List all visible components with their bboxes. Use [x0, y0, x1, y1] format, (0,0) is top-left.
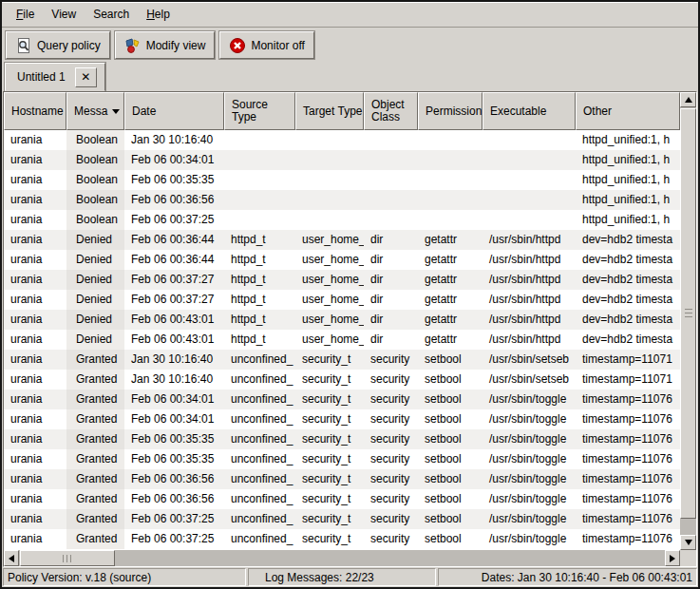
cell-object-class: security: [364, 529, 418, 549]
cell-date: Feb 06 00:34:01: [124, 390, 224, 409]
cell-date: Feb 06 00:35:35: [124, 429, 224, 449]
cell-messa: Boolean: [66, 170, 124, 190]
horizontal-scrollbar-thumb[interactable]: [20, 550, 115, 566]
cell-messa: Denied: [66, 270, 124, 290]
menu-file[interactable]: File: [8, 5, 43, 24]
cell-executable: /usr/sbin/toggle: [482, 509, 576, 529]
table-row[interactable]: uraniaBooleanFeb 06 00:34:01httpd_unifie…: [4, 150, 680, 170]
column-header-source-type[interactable]: Source Type: [224, 92, 295, 130]
cell-other: timestamp=11076: [576, 489, 680, 509]
table-row[interactable]: uraniaGrantedFeb 06 00:35:35unconfined_s…: [4, 449, 680, 469]
table-row[interactable]: uraniaGrantedJan 30 10:16:40unconfined_s…: [4, 350, 680, 370]
column-header-date[interactable]: Date: [124, 92, 224, 130]
cell-executable: /usr/sbin/httpd: [482, 250, 576, 270]
cell-target-type: security_t: [295, 469, 364, 489]
horizontal-scrollbar[interactable]: [4, 550, 680, 566]
grip-icon: [685, 309, 692, 318]
cell-hostname: urania: [4, 429, 66, 449]
table-row[interactable]: uraniaDeniedFeb 06 00:37:27httpd_tuser_h…: [4, 290, 680, 310]
cell-source-type: [224, 130, 295, 150]
tab-untitled-1[interactable]: Untitled 1 ✕: [5, 63, 105, 91]
cell-executable: /usr/sbin/toggle: [482, 489, 576, 509]
cell-permission: getattr: [418, 270, 482, 290]
table-row[interactable]: uraniaGrantedFeb 06 00:34:01unconfined_s…: [4, 390, 680, 409]
table-row[interactable]: uraniaDeniedFeb 06 00:43:01httpd_tuser_h…: [4, 330, 680, 350]
table-row[interactable]: uraniaGrantedFeb 06 00:37:25unconfined_s…: [4, 509, 680, 529]
cell-object-class: security: [364, 390, 418, 409]
table-row[interactable]: uraniaGrantedFeb 06 00:35:35unconfined_s…: [4, 429, 680, 449]
column-header-messa[interactable]: Messa: [66, 92, 124, 130]
column-header-hostname[interactable]: Hostname: [4, 92, 66, 130]
modify-view-button[interactable]: Modify view: [115, 31, 216, 59]
scroll-up-button[interactable]: [680, 92, 696, 107]
column-header-other[interactable]: Other: [576, 92, 680, 130]
tab-close-button[interactable]: ✕: [75, 67, 97, 87]
cell-target-type: user_home_: [295, 330, 364, 350]
table-row[interactable]: uraniaGrantedFeb 06 00:37:25unconfined_s…: [4, 529, 680, 549]
cell-permission: setbool: [418, 429, 482, 449]
cell-object-class: security: [364, 469, 418, 489]
policy-version-text: Policy Version: v.18 (source): [8, 571, 151, 584]
vertical-scrollbar[interactable]: [680, 92, 696, 550]
table-row[interactable]: uraniaBooleanFeb 06 00:36:56httpd_unifie…: [4, 190, 680, 210]
scroll-down-button[interactable]: [680, 535, 696, 550]
table-row[interactable]: uraniaGrantedFeb 06 00:36:56unconfined_s…: [4, 489, 680, 509]
cell-date: Jan 30 10:16:40: [124, 130, 224, 150]
cell-other: httpd_unified:1, h: [576, 130, 680, 150]
column-header-executable[interactable]: Executable: [482, 92, 576, 130]
table-row[interactable]: uraniaDeniedFeb 06 00:37:27httpd_tuser_h…: [4, 270, 680, 290]
table-row[interactable]: uraniaBooleanJan 30 10:16:40httpd_unifie…: [4, 130, 680, 150]
table-row[interactable]: uraniaGrantedFeb 06 00:36:56unconfined_s…: [4, 469, 680, 489]
cell-hostname: urania: [4, 190, 66, 210]
cell-permission: getattr: [418, 250, 482, 270]
query-policy-button[interactable]: Query policy: [6, 31, 110, 59]
table-row[interactable]: uraniaGrantedJan 30 10:16:40unconfined_s…: [4, 370, 680, 390]
scroll-right-button[interactable]: [665, 550, 680, 566]
cell-hostname: urania: [4, 310, 66, 330]
cell-source-type: unconfined_: [224, 429, 295, 449]
cell-source-type: [224, 170, 295, 190]
cell-source-type: httpd_t: [224, 330, 295, 350]
cell-target-type: user_home_: [295, 250, 364, 270]
cell-source-type: httpd_t: [224, 250, 295, 270]
cell-hostname: urania: [4, 270, 66, 290]
cell-messa: Granted: [66, 429, 124, 449]
cell-target-type: security_t: [295, 449, 364, 469]
menu-help[interactable]: Help: [138, 5, 179, 24]
cell-hostname: urania: [4, 370, 66, 390]
cell-date: Feb 06 00:37:25: [124, 210, 224, 230]
table-row[interactable]: uraniaDeniedFeb 06 00:43:01httpd_tuser_h…: [4, 310, 680, 330]
cell-hostname: urania: [4, 130, 66, 150]
menu-search[interactable]: Search: [85, 5, 138, 24]
cell-date: Feb 06 00:37:27: [124, 290, 224, 310]
column-header-label: Hostname: [11, 105, 64, 118]
table-row[interactable]: uraniaDeniedFeb 06 00:36:44httpd_tuser_h…: [4, 230, 680, 250]
column-header-object-class[interactable]: Object Class: [364, 92, 418, 130]
table-row[interactable]: uraniaBooleanFeb 06 00:37:25httpd_unifie…: [4, 210, 680, 230]
cell-date: Feb 06 00:43:01: [124, 330, 224, 350]
table-row[interactable]: uraniaDeniedFeb 06 00:36:44httpd_tuser_h…: [4, 250, 680, 270]
cell-other: dev=hdb2 timesta: [576, 310, 680, 330]
cell-source-type: unconfined_: [224, 409, 295, 429]
menu-view[interactable]: View: [43, 5, 85, 24]
monitor-off-button[interactable]: Monitor off: [219, 31, 313, 59]
scroll-left-button[interactable]: [4, 550, 19, 566]
cell-source-type: [224, 190, 295, 210]
cell-messa: Granted: [66, 350, 124, 370]
log-messages-text: Log Messages: 22/23: [265, 571, 374, 584]
cell-source-type: [224, 150, 295, 170]
cell-other: dev=hdb2 timesta: [576, 250, 680, 270]
column-header-target-type[interactable]: Target Type: [295, 92, 364, 130]
vertical-scrollbar-thumb[interactable]: [680, 108, 696, 519]
cell-object-class: [364, 210, 418, 230]
cell-messa: Granted: [66, 469, 124, 489]
cell-source-type: unconfined_: [224, 529, 295, 549]
column-header-permission[interactable]: Permission: [418, 92, 482, 130]
table-row[interactable]: uraniaGrantedFeb 06 00:34:01unconfined_s…: [4, 409, 680, 429]
status-bar: Policy Version: v.18 (source) Log Messag…: [2, 567, 698, 587]
cell-date: Feb 06 00:35:35: [124, 170, 224, 190]
cell-hostname: urania: [4, 210, 66, 230]
table-row[interactable]: uraniaBooleanFeb 06 00:35:35httpd_unifie…: [4, 170, 680, 190]
cell-source-type: [224, 210, 295, 230]
cell-permission: setbool: [418, 449, 482, 469]
